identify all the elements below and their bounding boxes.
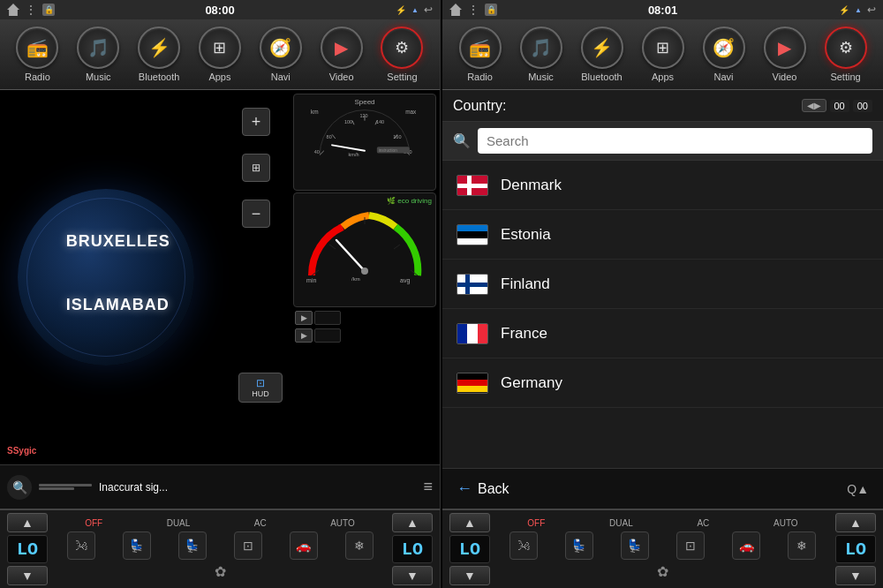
svg-line-2 (320, 151, 324, 155)
left-nav-radio[interactable]: 📻 Radio (11, 26, 64, 82)
right-left-temp-down[interactable]: ▼ (449, 566, 490, 585)
flag-france (457, 323, 488, 344)
right-temp-up[interactable]: ▲ (392, 513, 433, 532)
right-left-temp-up[interactable]: ▲ (449, 513, 490, 532)
right-vent-icon[interactable]: ⊡ (676, 531, 705, 560)
back-button[interactable]: ← Back (457, 479, 509, 498)
left-temp-down[interactable]: ▼ (7, 566, 48, 585)
right-rear-icon[interactable]: 🚗 (732, 531, 760, 560)
right-windshield-icon[interactable]: 🌬 (509, 531, 538, 560)
svg-text:min: min (306, 277, 316, 283)
zoom-in-button[interactable]: + (242, 108, 270, 136)
svg-text:km: km (311, 109, 319, 115)
right-nav-bt-label: Bluetooth (581, 72, 622, 82)
left-top-icons-left: ⋮ 🔒 (7, 4, 55, 16)
right-nav-apps[interactable]: ⊞ Apps (637, 26, 690, 82)
right-nav-setting[interactable]: ⚙ Setting (819, 26, 872, 82)
left-top-icons-right: ⚡ ▲ ↩ (396, 4, 433, 16)
right-climate-labels: OFF DUAL AC AUTO (495, 518, 830, 528)
hud-button[interactable]: ⊡ HUD (238, 373, 283, 403)
sygic-logo-s: S (7, 446, 13, 456)
left-nav-music[interactable]: 🎵 Music (72, 26, 125, 82)
radio-icon: 📻 (26, 37, 49, 58)
arr-down[interactable]: ▶ (295, 328, 313, 343)
svg-line-27 (336, 240, 365, 271)
right-nav-video-label: Video (773, 72, 797, 82)
right-video-icon: ▶ (778, 37, 791, 58)
left-temp-display: LO (7, 535, 48, 563)
left-nav-apps[interactable]: ⊞ Apps (193, 26, 246, 82)
country-name-france: France (501, 325, 547, 343)
country-name-finland: Finland (501, 275, 550, 293)
right-nav-bluetooth[interactable]: ⚡ Bluetooth (576, 26, 629, 82)
right-back-arrow[interactable]: ↩ (867, 4, 876, 16)
country-item-denmark[interactable]: Denmark (442, 161, 883, 210)
right-nav-video[interactable]: ▶ Video (758, 26, 811, 82)
right-right-temp-up[interactable]: ▲ (835, 513, 876, 532)
country-title: Country: (453, 98, 506, 114)
grid-button[interactable]: ⊞ (242, 154, 270, 182)
right-ac-icon[interactable]: ❄ (788, 531, 816, 560)
eco-gauge: 🌿 eco driving min avg (293, 192, 436, 307)
search-input[interactable] (478, 128, 872, 154)
dots-icon[interactable]: ⋮ (25, 4, 37, 16)
right-right-temp-down[interactable]: ▼ (835, 566, 876, 585)
menu-icon[interactable]: ≡ (423, 478, 433, 496)
search-sort-button[interactable]: Q▲ (847, 482, 869, 496)
left-nav-bluetooth[interactable]: ⚡ Bluetooth (132, 26, 185, 82)
map-area: BRUXELLES ISLAMABAD SSygic + ⊞ − ⊡ HUD S… (0, 90, 440, 464)
rear-icon[interactable]: 🚗 (290, 531, 318, 560)
windshield-icon[interactable]: 🌬 (67, 531, 95, 560)
right-nav-setting-label: Setting (830, 72, 860, 82)
right-home-icon[interactable] (449, 4, 462, 16)
right-dots-icon[interactable]: ⋮ (467, 4, 479, 16)
right-radio-icon: 📻 (469, 37, 491, 58)
seat-heat-icon[interactable]: 💺 (123, 531, 151, 560)
left-nav-setting[interactable]: ⚙ Setting (375, 26, 428, 82)
zoom-out-button[interactable]: − (242, 200, 270, 228)
right-nav-radio[interactable]: 📻 Radio (454, 26, 507, 82)
left-temp-up[interactable]: ▲ (7, 513, 48, 532)
svg-line-16 (332, 145, 365, 150)
ac-icon[interactable]: ❄ (345, 531, 374, 560)
flag-finland (457, 274, 488, 295)
left-wifi-icon: ▲ (411, 6, 419, 14)
right-nav-music[interactable]: 🎵 Music (515, 26, 568, 82)
left-back-arrow[interactable]: ↩ (424, 4, 433, 16)
back-arrow-icon: ← (457, 479, 472, 498)
arr-up[interactable]: ▶ (295, 311, 313, 325)
left-climate-bar: ▲ LO ▼ OFF DUAL AC AUTO 🌬 💺 💺 ⊡ 🚗 ❄ ✿ (0, 509, 440, 588)
country-item-germany[interactable]: Germany (442, 358, 883, 408)
bluetooth-icon: ⚡ (148, 37, 170, 58)
seat-cool-icon[interactable]: 💺 (178, 531, 207, 560)
home-icon[interactable] (7, 4, 19, 16)
country-item-france[interactable]: France (442, 309, 883, 358)
right-nav-music-wrap: 🎵 (520, 26, 562, 69)
speed-label: Speed (298, 98, 432, 106)
right-seat-cool-icon[interactable]: 💺 (621, 531, 649, 560)
country-item-finland[interactable]: Finland (442, 260, 883, 309)
left-nav-video[interactable]: ▶ Video (315, 26, 368, 82)
status-search-icon[interactable]: 🔍 (7, 475, 32, 500)
vent-icon[interactable]: ⊡ (234, 531, 262, 560)
country-nav-btn[interactable]: ◀▶ (802, 99, 826, 112)
right-nav-bt-wrap: ⚡ (581, 26, 623, 69)
right-top-icons-left: ⋮ 🔒 (449, 4, 497, 16)
svg-text:80: 80 (327, 134, 332, 139)
flag-germany-gold (457, 386, 487, 392)
city-bruxelles: BRUXELLES (66, 232, 170, 251)
flag-denmark (457, 175, 488, 196)
left-nav-navi[interactable]: 🧭 Navi (254, 26, 307, 82)
country-num2: 00 (853, 100, 872, 112)
right-nav-navi[interactable]: 🧭 Navi (698, 26, 751, 82)
right-nav-setting-wrap: ⚙ (825, 26, 867, 69)
flag-germany-red (457, 380, 487, 386)
right-seat-heat-icon[interactable]: 💺 (565, 531, 593, 560)
left-panel: ⋮ 🔒 08:00 ⚡ ▲ ↩ 📻 Radio 🎵 Music ⚡ (0, 0, 441, 588)
svg-text:40: 40 (314, 149, 320, 155)
country-item-estonia[interactable]: Estonia (442, 210, 883, 260)
left-temp-group: ▲ LO ▼ (7, 513, 48, 585)
search-sort-label: Q▲ (847, 482, 869, 496)
right-right-temp-display: LO (835, 535, 876, 563)
right-temp-down[interactable]: ▼ (392, 566, 433, 585)
